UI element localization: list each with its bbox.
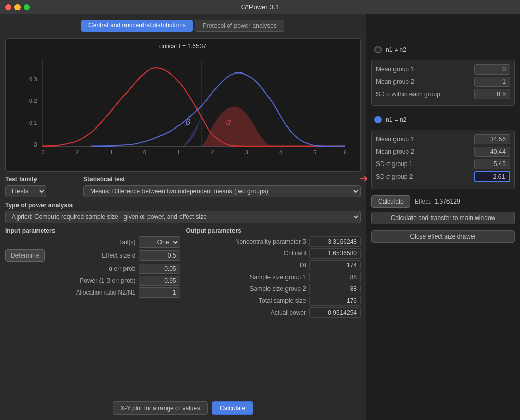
close-drawer-button[interactable]: Close effect size drawer bbox=[371, 230, 515, 243]
svg-text:α: α bbox=[226, 117, 231, 127]
rp-mean1-value: 0 bbox=[474, 64, 510, 75]
rp2-sd1-value: 5.45 bbox=[474, 159, 510, 169]
arrow-indicator: ➜ bbox=[360, 172, 368, 185]
rp2-sd2-input[interactable] bbox=[474, 171, 510, 182]
sample1-label: Sample size group 1 bbox=[186, 273, 307, 281]
n1-eq-n2-section: Mean group 1 34.56 Mean group 2 40.44 SD… bbox=[371, 130, 515, 189]
determine-button[interactable]: Determine bbox=[5, 249, 45, 262]
noncentrality-row: Noncentrality parameter δ 3.3166248 bbox=[186, 236, 361, 247]
n1-eq-n2-row[interactable]: n1 = n2 bbox=[371, 114, 515, 125]
statistical-test-dropdown[interactable]: Means: Difference between two independen… bbox=[83, 185, 361, 197]
rp2-mean2-value: 40.44 bbox=[474, 147, 510, 157]
df-row: Df 174 bbox=[186, 260, 361, 270]
actual-power-label: Actual power bbox=[186, 309, 307, 316]
output-params-section: Output parameters Noncentrality paramete… bbox=[186, 227, 361, 319]
calculate-button[interactable]: Calculate bbox=[212, 401, 253, 415]
rp-sd-row: SD σ within each group 0.5 bbox=[376, 89, 510, 99]
svg-text:0: 0 bbox=[143, 149, 146, 155]
n1-ne-n2-section: Mean group 1 0 Mean group 2 1 SD σ withi… bbox=[371, 60, 515, 106]
svg-text:0.1: 0.1 bbox=[29, 120, 37, 126]
svg-text:-1: -1 bbox=[108, 149, 113, 155]
maximize-button[interactable] bbox=[24, 4, 30, 10]
close-button[interactable] bbox=[5, 4, 11, 10]
test-family-label: Test family bbox=[5, 176, 77, 183]
svg-text:-2: -2 bbox=[74, 149, 79, 155]
df-value: 174 bbox=[309, 260, 361, 270]
xy-plot-button[interactable]: X-Y plot for a range of values bbox=[113, 401, 208, 415]
tails-dropdown[interactable]: One bbox=[139, 236, 180, 248]
svg-text:β: β bbox=[185, 117, 191, 127]
rp2-sd2-row: ➜ SD σ group 2 bbox=[376, 171, 510, 182]
output-params-label: Output parameters bbox=[186, 227, 361, 234]
power-input[interactable] bbox=[139, 276, 180, 286]
effect-label: Effect bbox=[415, 198, 430, 205]
effect-value: 1.376129 bbox=[435, 198, 460, 205]
rp-mean2-value: 1 bbox=[474, 77, 510, 87]
svg-text:6: 6 bbox=[344, 149, 347, 155]
n1-eq-n2-radio[interactable] bbox=[374, 116, 382, 123]
power-row: Power (1-β err prob) bbox=[5, 276, 180, 286]
total-value: 176 bbox=[309, 296, 361, 306]
title-bar: G*Power 3.1 bbox=[0, 0, 520, 14]
effect-size-label: Effect size d bbox=[48, 252, 135, 259]
rp2-mean1-row: Mean group 1 34.56 bbox=[376, 134, 510, 144]
rp-sd-label: SD σ within each group bbox=[376, 90, 440, 98]
test-family-row: Test family t tests Statistical test Mea… bbox=[5, 176, 361, 197]
power-analysis-label: Type of power analysis bbox=[5, 202, 361, 209]
total-row: Total sample size 176 bbox=[186, 296, 361, 306]
actual-power-row: Actual power 0.9514254 bbox=[186, 307, 361, 318]
sample2-value: 88 bbox=[309, 284, 361, 294]
rp-mean1-row: Mean group 1 0 bbox=[376, 64, 510, 75]
allocation-label: Allocation ratio N2/N1 bbox=[5, 289, 136, 296]
params-row: Input parameters Tail(s) One Determine E… bbox=[5, 227, 361, 395]
alpha-row: α err prob bbox=[5, 264, 180, 274]
input-params-section: Input parameters Tail(s) One Determine E… bbox=[5, 227, 180, 299]
transfer-button[interactable]: Calculate and transfer to main window bbox=[371, 212, 515, 224]
allocation-row: Allocation ratio N2/N1 bbox=[5, 287, 180, 298]
rp-mean1-label: Mean group 1 bbox=[376, 66, 414, 73]
n1-ne-n2-radio[interactable] bbox=[374, 46, 382, 53]
statistical-test-label: Statistical test bbox=[83, 176, 361, 183]
effect-size-input[interactable] bbox=[139, 250, 180, 261]
tails-label: Tail(s) bbox=[5, 239, 136, 246]
minimize-button[interactable] bbox=[14, 4, 21, 10]
svg-text:0: 0 bbox=[34, 141, 37, 148]
critical-t-value: 1.6536580 bbox=[309, 248, 361, 259]
right-panel: n1 ≠ n2 Mean group 1 0 Mean group 2 1 SD… bbox=[366, 14, 520, 420]
test-family-dropdown[interactable]: t tests bbox=[5, 185, 46, 197]
power-analysis-dropdown[interactable]: A priori: Compute required sample size -… bbox=[5, 211, 361, 223]
tab-bar: Central and noncentral distributions Pro… bbox=[5, 20, 361, 32]
critical-t-row: Critical t 1.6536580 bbox=[186, 248, 361, 259]
rp2-mean1-value: 34.56 bbox=[474, 134, 510, 144]
sample1-value: 88 bbox=[309, 272, 361, 282]
rp-sd-value: 0.5 bbox=[474, 89, 510, 99]
n1-ne-n2-label: n1 ≠ n2 bbox=[386, 46, 406, 53]
sample1-row: Sample size group 1 88 bbox=[186, 272, 361, 282]
noncentrality-label: Noncentrality parameter δ bbox=[186, 238, 307, 245]
input-params-label: Input parameters bbox=[5, 227, 180, 234]
svg-text:2: 2 bbox=[211, 149, 214, 155]
left-panel: Central and noncentral distributions Pro… bbox=[0, 14, 366, 420]
alpha-input[interactable] bbox=[139, 264, 180, 274]
svg-text:5: 5 bbox=[313, 149, 316, 155]
right-calculate-button[interactable]: Calculate bbox=[371, 195, 410, 208]
tails-row: Tail(s) One bbox=[5, 236, 180, 248]
allocation-input[interactable] bbox=[139, 287, 180, 298]
sample2-label: Sample size group 2 bbox=[186, 285, 307, 293]
power-analysis-section: Type of power analysis A priori: Compute… bbox=[5, 202, 361, 223]
chart-svg: 0.3 0.2 0.1 0 -3 -2 -1 0 1 2 3 4 5 6 bbox=[10, 52, 356, 165]
traffic-lights bbox=[5, 4, 30, 10]
rp2-sd1-row: SD σ group 1 5.45 bbox=[376, 159, 510, 169]
chart-title: critical t = 1.6537 bbox=[10, 43, 356, 50]
svg-text:3: 3 bbox=[245, 149, 248, 155]
svg-text:0.2: 0.2 bbox=[29, 98, 37, 104]
tab-distributions[interactable]: Central and noncentral distributions bbox=[81, 20, 193, 32]
df-label: Df bbox=[186, 262, 307, 269]
rp2-sd2-label: SD σ group 2 bbox=[376, 173, 413, 180]
tab-protocol[interactable]: Protocol of power analyses bbox=[195, 20, 284, 32]
n1-ne-n2-row[interactable]: n1 ≠ n2 bbox=[371, 44, 515, 56]
calculate-row: Calculate Effect 1.376129 bbox=[371, 195, 515, 208]
total-label: Total sample size bbox=[186, 297, 307, 304]
alpha-label: α err prob bbox=[5, 265, 136, 272]
rp-mean2-row: Mean group 2 1 bbox=[376, 77, 510, 87]
